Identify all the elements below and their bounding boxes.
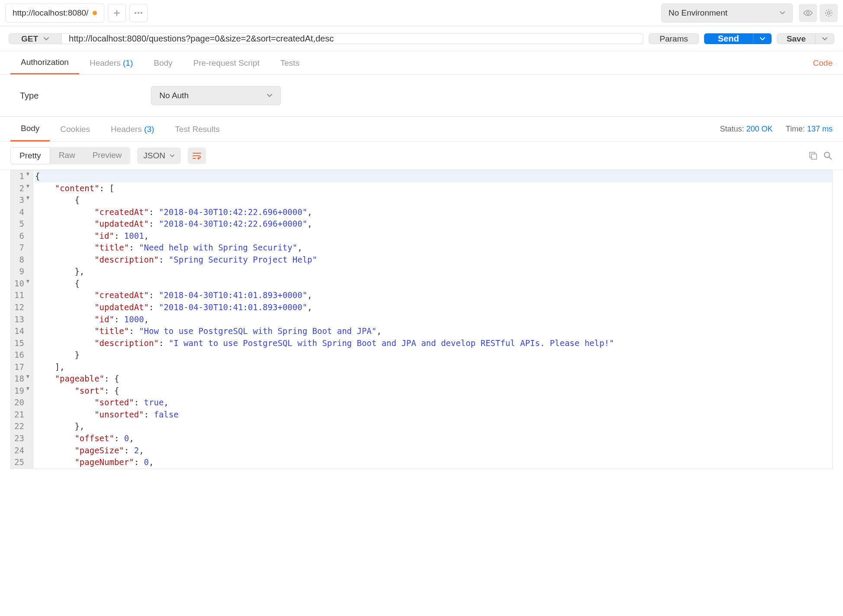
http-method-label: GET <box>21 34 38 44</box>
line-number: 8 <box>14 254 29 266</box>
new-tab-button[interactable] <box>108 4 126 22</box>
line-number: 16 <box>14 349 29 361</box>
tab-body[interactable]: Body <box>143 52 183 74</box>
line-number: 14 <box>14 325 29 337</box>
view-pretty[interactable]: Pretty <box>10 147 50 164</box>
line-number: 25 <box>14 456 29 468</box>
line-number: 11 <box>14 289 29 302</box>
request-tab-title: http://localhost:8080/ <box>13 8 88 18</box>
send-label: Send <box>718 34 739 44</box>
line-number: 1▼ <box>14 170 29 183</box>
line-number: 3▼ <box>14 194 29 206</box>
line-number: 9 <box>14 266 29 278</box>
response-body-viewer[interactable]: 1▼2▼3▼45678910▼1112131415161718▼19▼20212… <box>0 170 843 478</box>
plus-icon <box>114 10 120 16</box>
tab-prerequest[interactable]: Pre-request Script <box>183 52 270 74</box>
environment-quicklook-button[interactable] <box>799 4 817 22</box>
code-line: "pageable": { <box>35 373 832 385</box>
chevron-down-icon <box>43 37 49 41</box>
send-button[interactable]: Send <box>704 33 753 44</box>
svg-point-0 <box>135 12 136 14</box>
params-label: Params <box>660 34 688 44</box>
line-number: 13 <box>14 314 29 326</box>
save-button[interactable]: Save <box>777 33 816 44</box>
line-number: 10▼ <box>14 278 29 290</box>
svg-point-3 <box>807 12 809 14</box>
code-line: "updatedAt": "2018-04-30T10:42:22.696+00… <box>35 218 832 230</box>
eye-icon <box>803 10 813 16</box>
gear-icon <box>824 9 833 17</box>
chevron-down-icon <box>822 37 828 41</box>
code-line: }, <box>35 266 832 278</box>
environment-select[interactable]: No Environment <box>661 3 793 22</box>
params-button[interactable]: Params <box>649 33 698 44</box>
resp-tab-headers[interactable]: Headers (3) <box>100 118 164 141</box>
auth-type-value: No Auth <box>159 91 189 100</box>
time-readout: Time: 137 ms <box>786 125 833 134</box>
tab-authorization[interactable]: Authorization <box>10 51 79 74</box>
environment-label: No Environment <box>669 8 727 18</box>
search-body-button[interactable] <box>823 151 833 160</box>
resp-tab-cookies[interactable]: Cookies <box>50 118 100 141</box>
code-line: "sort": { <box>35 385 832 397</box>
code-line: "offset": 0, <box>35 433 832 445</box>
code-line: "createdAt": "2018-04-30T10:42:22.696+00… <box>35 206 832 218</box>
code-line: "title": "Need help with Spring Security… <box>35 242 832 254</box>
code-line: "description": "Spring Security Project … <box>35 254 832 266</box>
tab-overflow-button[interactable] <box>129 4 148 22</box>
copy-body-button[interactable] <box>808 151 818 160</box>
status-readout: Status: 200 OK <box>720 125 773 134</box>
code-line: "content": [ <box>35 183 832 195</box>
code-link[interactable]: Code <box>813 58 833 68</box>
http-method-select[interactable]: GET <box>9 33 62 44</box>
line-number: 6 <box>14 230 29 242</box>
request-tab[interactable]: http://localhost:8080/ <box>5 3 104 22</box>
code-line: "id": 1001, <box>35 230 832 242</box>
view-mode-segmented: Pretty Raw Preview <box>10 147 130 164</box>
chevron-down-icon <box>267 93 273 98</box>
wrap-icon <box>192 152 202 160</box>
chevron-down-icon <box>779 11 785 15</box>
resp-tab-testresults[interactable]: Test Results <box>164 118 230 141</box>
line-number: 7 <box>14 242 29 254</box>
svg-point-2 <box>141 12 142 14</box>
line-number: 2▼ <box>14 183 29 195</box>
code-line: "createdAt": "2018-04-30T10:41:01.893+00… <box>35 289 832 302</box>
send-dropdown[interactable] <box>753 33 772 44</box>
resp-tab-body[interactable]: Body <box>10 117 50 141</box>
svg-point-1 <box>138 12 139 14</box>
chevron-down-icon <box>170 154 175 158</box>
view-raw[interactable]: Raw <box>50 147 84 164</box>
code-line: "pageSize": 2, <box>35 445 832 457</box>
code-line: "id": 1000, <box>35 314 832 326</box>
line-number: 12 <box>14 302 29 314</box>
svg-rect-6 <box>811 154 817 159</box>
url-input[interactable]: http://localhost:8080/questions?page=0&s… <box>62 33 644 44</box>
svg-point-7 <box>824 152 830 157</box>
save-label: Save <box>787 34 806 44</box>
format-value: JSON <box>143 151 165 160</box>
code-line: ], <box>35 361 832 373</box>
view-preview[interactable]: Preview <box>84 147 131 164</box>
unsaved-indicator-icon <box>93 11 97 15</box>
wrap-lines-button[interactable] <box>188 148 206 164</box>
line-number: 5 <box>14 218 29 230</box>
line-number: 17 <box>14 361 29 373</box>
code-line: "title": "How to use PostgreSQL with Spr… <box>35 325 832 337</box>
auth-type-label: Type <box>20 91 39 101</box>
code-line: { <box>35 278 832 290</box>
line-number: 20 <box>14 397 29 409</box>
code-line: { <box>35 170 832 183</box>
chevron-down-icon <box>759 37 766 41</box>
tab-headers[interactable]: Headers (1) <box>79 52 143 74</box>
svg-point-4 <box>827 12 830 14</box>
save-dropdown[interactable] <box>816 33 834 44</box>
settings-button[interactable] <box>820 4 838 22</box>
code-line: "pageNumber": 0, <box>35 456 832 468</box>
line-number: 23 <box>14 433 29 445</box>
line-number: 4 <box>14 206 29 218</box>
line-number: 21 <box>14 409 29 421</box>
auth-type-select[interactable]: No Auth <box>151 86 281 105</box>
tab-tests[interactable]: Tests <box>270 52 310 74</box>
format-select[interactable]: JSON <box>137 148 181 164</box>
